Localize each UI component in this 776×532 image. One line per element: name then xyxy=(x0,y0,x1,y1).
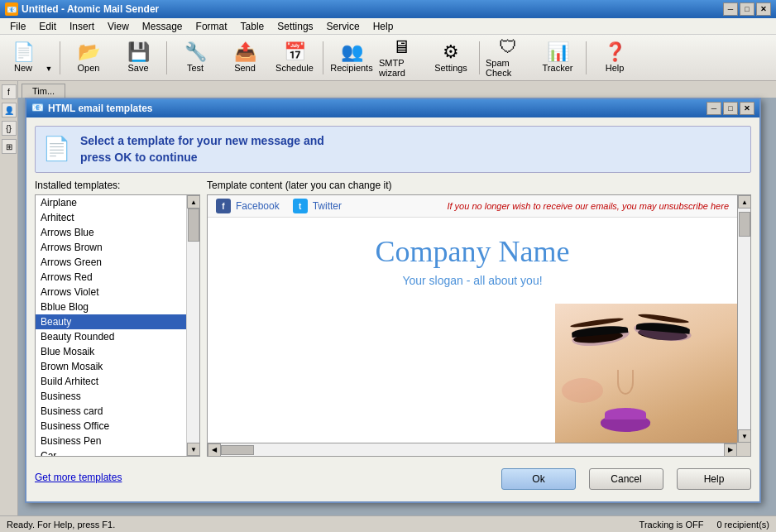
menu-view[interactable]: View xyxy=(101,19,136,34)
menu-message[interactable]: Message xyxy=(136,19,189,34)
schedule-button[interactable]: 📅 Schedule xyxy=(271,37,318,79)
dialog-content: 📄 Select a template for your new message… xyxy=(26,117,759,501)
template-list-item[interactable]: Arrows Red xyxy=(36,270,186,285)
dialog-minimize[interactable]: ─ xyxy=(707,102,721,115)
menu-format[interactable]: Format xyxy=(189,19,234,34)
smtp-label: SMTP wizard xyxy=(379,58,424,78)
new-button[interactable]: 📄 New xyxy=(3,37,43,79)
dialog-header-icon: 📄 xyxy=(42,135,72,165)
settings-button[interactable]: ⚙ Settings xyxy=(428,37,474,79)
recipients-label: Recipients xyxy=(330,63,372,73)
template-list-item[interactable]: Arhitect xyxy=(36,210,186,225)
template-list-item[interactable]: Arrows Brown xyxy=(36,240,186,255)
minimize-button[interactable]: ─ xyxy=(723,2,738,16)
template-list-item[interactable]: Beauty xyxy=(36,314,186,329)
template-list[interactable]: AirplaneArhitectArrows BlueArrows BrownA… xyxy=(36,195,186,456)
menu-edit[interactable]: Edit xyxy=(32,19,63,34)
preview-scrollbar-h[interactable]: ◀ ▶ xyxy=(208,443,737,456)
smtp-button[interactable]: 🖥 SMTP wizard xyxy=(378,37,424,79)
cancel-button[interactable]: Cancel xyxy=(589,468,663,490)
preview-unsubscribe: If you no longer wish to receive our ema… xyxy=(447,201,729,211)
dialog-close[interactable]: ✕ xyxy=(740,102,754,115)
scroll-down-arrow[interactable]: ▼ xyxy=(187,443,200,456)
menu-service[interactable]: Service xyxy=(320,19,366,34)
preview-facebook[interactable]: f Facebook xyxy=(216,199,280,213)
toolbar-sep-4 xyxy=(479,41,480,74)
template-list-item[interactable]: Business card xyxy=(36,404,186,419)
preview-scroll-track-h xyxy=(221,445,724,455)
sidebar-btn-3[interactable]: {} xyxy=(2,121,17,136)
dialog-restore[interactable]: □ xyxy=(723,102,738,115)
facebook-label: Facebook xyxy=(236,200,280,212)
sidebar-btn-1[interactable]: f xyxy=(2,84,17,99)
template-list-item[interactable]: Car xyxy=(36,448,186,456)
save-label: Save xyxy=(127,63,148,73)
doc-tab-1[interactable]: Tim... xyxy=(22,84,65,98)
template-list-item[interactable]: Airplane xyxy=(36,195,186,210)
tracker-icon: 📊 xyxy=(547,43,569,61)
scroll-up-arrow[interactable]: ▲ xyxy=(187,195,200,208)
new-icon: 📄 xyxy=(12,43,35,61)
ok-button[interactable]: Ok xyxy=(501,468,576,490)
save-button[interactable]: 💾 Save xyxy=(115,37,161,79)
menu-settings[interactable]: Settings xyxy=(271,19,319,34)
template-list-item[interactable]: Brown Mosaik xyxy=(36,359,186,374)
dialog-footer-buttons: Ok Cancel Help xyxy=(501,462,751,493)
open-button[interactable]: 📂 Open xyxy=(65,37,112,79)
tracker-button[interactable]: 📊 Tracker xyxy=(534,37,581,79)
new-dropdown-arrow[interactable]: ▼ xyxy=(43,37,55,79)
recipients-icon: 👥 xyxy=(341,43,363,61)
toolbar-sep-3 xyxy=(323,41,323,74)
help-icon: ❓ xyxy=(604,43,626,61)
template-list-item[interactable]: Arrows Blue xyxy=(36,225,186,240)
preview-scroll-left[interactable]: ◀ xyxy=(208,443,221,457)
template-list-item[interactable]: Business xyxy=(36,389,186,404)
save-icon: 💾 xyxy=(127,43,150,61)
template-list-item[interactable]: Beauty Rounded xyxy=(36,329,186,344)
status-right: Tracking is OFF 0 recipient(s) xyxy=(639,520,769,530)
schedule-label: Schedule xyxy=(275,63,314,73)
recipients-button[interactable]: 👥 Recipients xyxy=(328,37,375,79)
spam-check-button[interactable]: 🛡 Spam Check xyxy=(485,37,531,79)
preview-scrollbar-v[interactable]: ▲ ▼ xyxy=(737,195,750,443)
preview-scroll-down[interactable]: ▼ xyxy=(738,429,751,443)
menu-table[interactable]: Table xyxy=(234,19,271,34)
test-button[interactable]: 🔧 Test xyxy=(172,37,218,79)
help-button[interactable]: ❓ Help xyxy=(592,37,638,79)
get-more-templates-link[interactable]: Get more templates xyxy=(35,472,122,483)
template-list-item[interactable]: Bblue Blog xyxy=(36,300,186,314)
template-list-item[interactable]: Blue Mosaik xyxy=(36,344,186,359)
h-scroll-container: ◀ ▶ xyxy=(208,443,737,456)
template-preview-panel: Template content (later you can change i… xyxy=(207,180,751,457)
restore-button[interactable]: □ xyxy=(740,2,754,16)
facebook-icon: f xyxy=(216,199,231,213)
scroll-track xyxy=(187,208,199,443)
preview-scroll-track-v xyxy=(738,208,750,429)
dialog-footer-area: Get more templates Ok Cancel Help xyxy=(35,457,751,493)
preview-scroll-right[interactable]: ▶ xyxy=(724,443,737,457)
preview-scroll-up[interactable]: ▲ xyxy=(738,195,751,208)
tracker-label: Tracker xyxy=(543,63,573,73)
template-list-panel: Installed templates: AirplaneArhitectArr… xyxy=(35,180,200,457)
sidebar-btn-4[interactable]: ⊞ xyxy=(2,139,17,154)
send-button[interactable]: 📤 Send xyxy=(222,37,268,79)
template-list-container: AirplaneArhitectArrows BlueArrows BrownA… xyxy=(35,194,200,457)
preview-twitter[interactable]: t Twitter xyxy=(293,199,342,213)
dialog-help-button[interactable]: Help xyxy=(677,468,751,490)
template-preview-container: f Facebook t Twitter If you no longer wi… xyxy=(207,194,751,457)
close-button[interactable]: ✕ xyxy=(756,2,771,16)
template-list-item[interactable]: Business Pen xyxy=(36,434,186,448)
menu-help[interactable]: Help xyxy=(366,19,400,34)
menu-insert[interactable]: Insert xyxy=(63,19,101,34)
new-button-group: 📄 New ▼ xyxy=(3,37,55,79)
sidebar-btn-2[interactable]: 👤 xyxy=(2,103,17,117)
template-list-scrollbar[interactable]: ▲ ▼ xyxy=(186,195,199,456)
status-ready: Ready. For Help, press F1. xyxy=(7,520,115,530)
template-list-item[interactable]: Arrows Green xyxy=(36,255,186,270)
template-list-item[interactable]: Business Office xyxy=(36,419,186,434)
template-preview-label: Template content (later you can change i… xyxy=(207,180,751,191)
template-list-item[interactable]: Arrows Violet xyxy=(36,285,186,300)
menu-file[interactable]: File xyxy=(3,19,32,34)
preview-image-section xyxy=(208,304,737,443)
template-list-item[interactable]: Build Arhitect xyxy=(36,374,186,389)
